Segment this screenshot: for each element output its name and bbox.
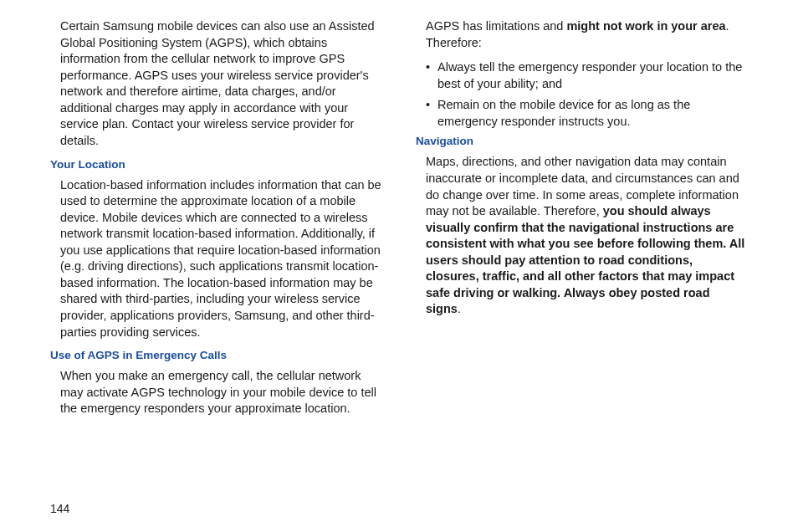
section-heading-your-location: Your Location	[50, 158, 382, 171]
text-run: AGPS has limitations and	[426, 19, 566, 33]
bullet-item: Always tell the emergency responder your…	[426, 59, 748, 92]
paragraph: Certain Samsung mobile devices can also …	[60, 18, 382, 150]
paragraph: Location-based information includes info…	[60, 177, 382, 341]
right-column: AGPS has limitations and might not work …	[416, 18, 748, 426]
left-column: Certain Samsung mobile devices can also …	[50, 18, 382, 426]
text-run-bold: might not work in your area	[566, 19, 725, 33]
page-number: 144	[50, 502, 69, 515]
page-columns: Certain Samsung mobile devices can also …	[50, 18, 748, 426]
section-heading-navigation: Navigation	[416, 135, 748, 147]
bullet-item: Remain on the mobile device for as long …	[426, 97, 748, 130]
paragraph: AGPS has limitations and might not work …	[426, 18, 748, 51]
text-run: .	[458, 302, 461, 315]
section-heading-agps-emergency: Use of AGPS in Emergency Calls	[50, 349, 382, 361]
paragraph: When you make an emergency call, the cel…	[60, 368, 382, 417]
paragraph: Maps, directions, and other navigation d…	[426, 154, 748, 318]
text-run-bold: you should always visually confirm that …	[426, 204, 744, 315]
